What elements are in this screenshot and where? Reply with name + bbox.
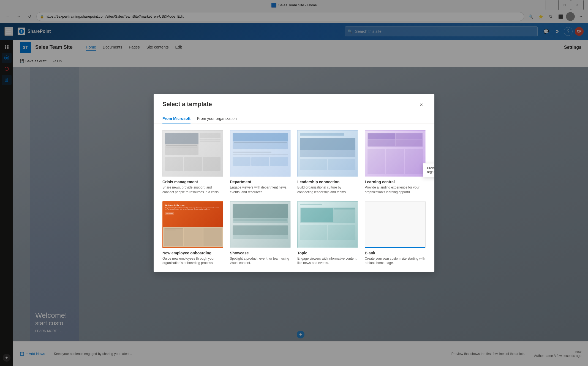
template-grid: Crisis management Share news, provide su… xyxy=(162,130,426,265)
modal-tabs: From Microsoft From your organization xyxy=(154,109,434,123)
template-name-learning: Learning central xyxy=(365,180,426,184)
tab-from-organization[interactable]: From your organization xyxy=(197,114,237,123)
template-desc-department: Engage viewers with department news, eve… xyxy=(230,185,291,195)
template-card-crisis[interactable]: Crisis management Share news, provide su… xyxy=(162,130,223,195)
modal-header: Select a template ✕ xyxy=(154,94,434,109)
modal-content: Crisis management Share news, provide su… xyxy=(154,123,434,272)
template-name-onboarding: New employee onboarding xyxy=(162,251,223,255)
template-desc-showcase: Spotlight a product, event, or team usin… xyxy=(230,256,291,266)
template-thumb-learning xyxy=(365,130,426,177)
template-card-onboarding[interactable]: Welcome to the team So you've finally he… xyxy=(162,201,223,266)
template-name-crisis: Crisis management xyxy=(162,180,223,184)
template-card-leadership[interactable]: Leadership connection Build organization… xyxy=(297,130,358,195)
template-thumb-department xyxy=(230,130,291,177)
tab-from-microsoft[interactable]: From Microsoft xyxy=(162,114,190,123)
template-name-department: Department xyxy=(230,180,291,184)
template-card-learning[interactable]: Learning central Provide a landing exper… xyxy=(365,130,426,195)
template-desc-learning: Provide a landing experience for your or… xyxy=(365,185,426,195)
template-thumb-leadership xyxy=(297,130,358,177)
template-desc-onboarding: Guide new employees through your organiz… xyxy=(162,256,223,266)
template-thumb-topic xyxy=(297,201,358,248)
template-card-showcase[interactable]: Showcase Spotlight a product, event, or … xyxy=(230,201,291,266)
template-name-showcase: Showcase xyxy=(230,251,291,255)
template-thumb-showcase xyxy=(230,201,291,248)
template-card-department[interactable]: Department Engage viewers with departmen… xyxy=(230,130,291,195)
template-desc-leadership: Build organizational culture by connecti… xyxy=(297,185,358,195)
template-thumb-crisis xyxy=(162,130,223,177)
template-desc-blank: Create your own custom site starting wit… xyxy=(365,256,426,266)
modal-close-button[interactable]: ✕ xyxy=(417,101,426,109)
template-name-topic: Topic xyxy=(297,251,358,255)
template-thumb-blank xyxy=(365,201,426,248)
modal-overlay[interactable]: Select a template ✕ From Microsoft From … xyxy=(0,0,588,366)
modal-title: Select a template xyxy=(162,101,212,108)
template-name-leadership: Leadership connection xyxy=(297,180,358,184)
template-desc-crisis: Share news, provide support, and connect… xyxy=(162,185,223,195)
template-thumb-onboarding: Welcome to the team So you've finally he… xyxy=(162,201,223,248)
template-desc-topic: Engage viewers with informative content … xyxy=(297,256,358,266)
template-card-blank[interactable]: Blank Create your own custom site starti… xyxy=(365,201,426,266)
template-card-topic[interactable]: Topic Engage viewers with informative co… xyxy=(297,201,358,266)
template-modal: Select a template ✕ From Microsoft From … xyxy=(154,94,434,272)
template-name-blank: Blank xyxy=(365,251,426,255)
